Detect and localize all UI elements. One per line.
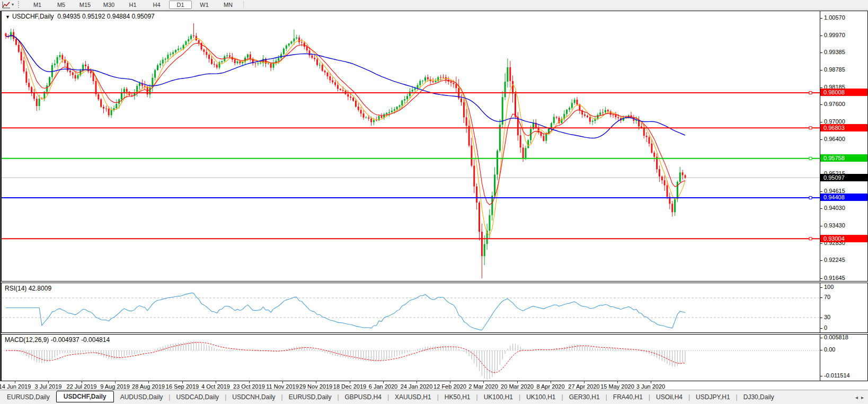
timeframe-button-m15[interactable]: M15	[74, 1, 96, 9]
date-label: 11 Nov 2019	[266, 383, 299, 390]
axis-tick	[820, 328, 822, 329]
macd-axis: 0.0058180.00-0.011514	[820, 335, 868, 381]
hline-handle[interactable]	[809, 196, 812, 199]
macd-histogram	[6, 341, 685, 380]
timeframe-button-m5[interactable]: M5	[50, 1, 73, 9]
hline-handle[interactable]	[809, 91, 812, 94]
top-toolbar: ▾ M1M5M15M30H1H4D1W1MN	[0, 0, 868, 10]
axis-tick	[820, 243, 822, 244]
axis-tick	[820, 191, 822, 192]
ma-line-slow	[6, 35, 685, 138]
rsi-line	[6, 293, 685, 330]
tab-audusd-daily[interactable]: AUDUSD,Daily	[113, 392, 170, 402]
macd-axis-label: 0.00	[824, 346, 835, 353]
tab-uk100-h1[interactable]: UK100,H1	[519, 392, 562, 402]
rsi-axis-label: 70	[824, 294, 830, 300]
tab-usdchf-daily[interactable]: USDCHF,Daily	[56, 391, 114, 402]
rsi-axis-label: 0	[824, 324, 827, 331]
timeframe-button-d1[interactable]: D1	[169, 1, 192, 9]
axis-tick	[820, 18, 822, 19]
axis-tick	[820, 208, 822, 209]
tab-fra40-h1[interactable]: FRA40,H1	[606, 392, 650, 402]
date-label: 22 Jul 2019	[67, 383, 97, 390]
hline-price-tag: 0.95758	[820, 154, 868, 162]
tab-eurusd-daily[interactable]: EURUSD,Daily	[0, 392, 57, 402]
main-chart-panel[interactable]: 1.005700.999700.993850.987850.981850.976…	[1, 11, 868, 282]
hline-handle[interactable]	[809, 157, 812, 160]
price-axis-label: 0.97600	[824, 101, 845, 107]
timeframe-button-mn[interactable]: MN	[217, 1, 240, 9]
hline-0.96803[interactable]	[2, 127, 820, 129]
price-axis-label: 0.93430	[824, 222, 845, 229]
tab-scroll-left-icon[interactable]: ◂	[855, 394, 858, 400]
collapse-arrow-icon[interactable]: ▼	[5, 14, 10, 20]
macd-label: MACD(12,26,9) -0.004937 -0.004814	[5, 336, 110, 344]
current-price-tag: 0.95097	[820, 174, 868, 181]
tab-xauusd-h1[interactable]: XAUUSD,H1	[388, 392, 438, 402]
macd-axis-label: -0.011514	[824, 372, 850, 379]
tab-scroll-right-icon[interactable]: ▸	[861, 394, 864, 400]
tab-eurusd-daily[interactable]: EURUSD,Daily	[282, 392, 339, 402]
macd-plot	[2, 335, 820, 381]
date-label: 24 Jan 2020	[401, 383, 433, 390]
axis-tick	[820, 52, 822, 53]
chart-symbol-period: USDCHF,Daily	[12, 13, 54, 20]
tab-hk50-h1[interactable]: HK50,H1	[438, 392, 477, 402]
axis-tick	[820, 122, 822, 122]
chart-tool-group[interactable]: ▾	[0, 0, 16, 9]
price-axis-label: 0.96400	[824, 136, 845, 142]
rsi-axis: 10070300	[820, 283, 868, 332]
date-label: 29 Nov 2019	[299, 383, 332, 390]
date-label: 2 Mar 2020	[468, 383, 498, 390]
hline-price-tag: 0.94408	[820, 194, 868, 201]
hline-handle[interactable]	[809, 238, 812, 240]
timeframe-button-m30[interactable]: M30	[98, 1, 120, 9]
price-axis-label: 0.92245	[824, 257, 845, 263]
hline-handle[interactable]	[809, 127, 812, 129]
macd-indicator-panel[interactable]: 0.0058180.00-0.011514 MACD(12,26,9) -0.0…	[1, 334, 868, 381]
toolbar-separator	[243, 1, 244, 8]
hline-0.95758[interactable]	[2, 157, 820, 160]
tab-usdcnh-daily[interactable]: USDCNH,Daily	[225, 392, 282, 402]
axis-tick	[820, 139, 822, 140]
axis-tick	[820, 104, 822, 105]
ma-line-mid	[6, 36, 685, 205]
timeframe-button-m1[interactable]: M1	[26, 1, 49, 9]
timeframe-button-w1[interactable]: W1	[193, 1, 216, 9]
toolbar-grip	[18, 1, 21, 8]
tab-uk100-h1[interactable]: UK100,H1	[477, 392, 520, 402]
price-axis-label: 0.98785	[824, 66, 845, 73]
price-axis: 1.005700.999700.993850.987850.981850.976…	[820, 11, 868, 281]
rsi-indicator-panel[interactable]: 10070300 RSI(14) 42.8009	[1, 283, 868, 333]
timeframe-button-h4[interactable]: H4	[145, 1, 168, 9]
hline-0.94408[interactable]	[2, 196, 820, 199]
date-label: 6 Jan 2020	[369, 383, 397, 390]
axis-tick	[820, 318, 822, 318]
date-label: 28 Aug 2019	[132, 383, 165, 390]
hline-0.93004[interactable]	[2, 238, 820, 240]
date-label: 16 Sep 2019	[166, 383, 199, 390]
tab-dj30-daily[interactable]: DJ30,Daily	[737, 392, 781, 402]
date-label: 3 Jun 2020	[636, 383, 665, 390]
date-label: 12 Feb 2020	[433, 383, 466, 390]
chart-tool-caret-icon[interactable]: ▾	[12, 2, 14, 7]
chart-tab-bar: EURUSD,Daily|USDCHF,Daily|AUDUSD,Daily|U…	[0, 390, 868, 404]
hline-price-tag: 0.96803	[820, 124, 868, 131]
timeframe-button-h1[interactable]: H1	[121, 1, 144, 9]
tab-gbpusd-h4[interactable]: GBPUSD,H4	[338, 392, 388, 402]
rsi-axis-label: 100	[824, 284, 834, 290]
price-axis-label: 0.99385	[824, 49, 845, 55]
tab-usoil-h4[interactable]: USOil,H4	[649, 392, 689, 402]
chart-ohlc-values: 0.94935 0.95192 0.94884 0.95097	[57, 13, 155, 20]
axis-tick	[820, 287, 822, 288]
ma-line-fast	[6, 35, 685, 235]
rsi-plot	[2, 283, 820, 332]
tab-ger30-h1[interactable]: GER30,H1	[562, 392, 607, 402]
date-label: 27 Apr 2020	[568, 383, 599, 390]
macd-axis-label: 0.005818	[824, 334, 848, 340]
chart-tool-icon[interactable]	[2, 1, 11, 8]
tab-usdcad-daily[interactable]: USDCAD,Daily	[169, 392, 226, 402]
rsi-axis-label: 30	[824, 314, 830, 320]
axis-tick	[820, 278, 822, 279]
tab-usdjpy-h1[interactable]: USDJPY,H1	[689, 392, 737, 402]
